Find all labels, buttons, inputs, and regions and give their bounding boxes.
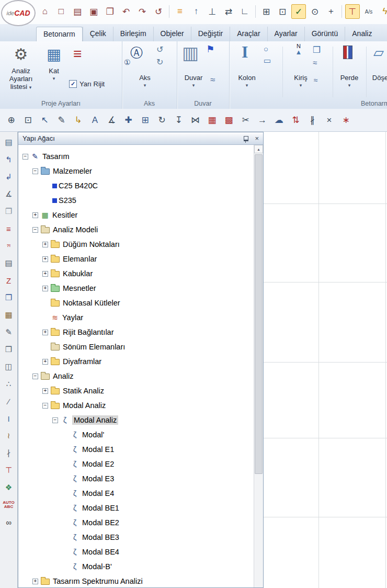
expand-box-icon[interactable]: +: [42, 388, 48, 394]
pick-filter-icon[interactable]: ↖: [38, 113, 52, 127]
tree-item-label[interactable]: Modal-B': [82, 562, 112, 571]
expand-box-icon[interactable]: +: [32, 212, 38, 218]
rect-column-icon[interactable]: ▭: [264, 56, 271, 65]
display-order-icon[interactable]: ≡: [173, 4, 187, 19]
tree-item[interactable]: +Kabuklar: [18, 266, 254, 281]
intersection-snap-icon[interactable]: ∗: [339, 113, 353, 127]
offset-lines-icon[interactable]: ⇄: [221, 4, 236, 19]
auto-label-icon[interactable]: AUTO ABC: [3, 499, 15, 511]
aks-button[interactable]: Aks ▾: [130, 74, 160, 89]
tree-item[interactable]: +▦Kesitler: [18, 208, 254, 222]
undo-history-icon[interactable]: ↺: [151, 4, 166, 19]
tree-item[interactable]: +Tasarım Spektrumu Analizi: [18, 574, 254, 587]
collapse-box-icon[interactable]: −: [32, 227, 38, 233]
tree-item-label[interactable]: Malzemeler: [53, 167, 92, 175]
tree-item[interactable]: ζModal BE1: [18, 501, 254, 515]
save-icon[interactable]: ▣: [86, 4, 101, 19]
tree-item-label[interactable]: Mesnetler: [63, 284, 96, 292]
tree-item-label[interactable]: Modal Analiz: [72, 415, 118, 425]
tree-item[interactable]: −Analiz: [18, 369, 254, 383]
move-up-icon[interactable]: ↑: [189, 4, 203, 19]
tree-item[interactable]: ζModal E1: [18, 442, 254, 457]
tree-item[interactable]: +Diyaframlar: [18, 354, 254, 369]
find-icon[interactable]: ∞: [3, 516, 15, 528]
tree-item[interactable]: ζModal-B': [18, 559, 254, 574]
beam-3d-icon[interactable]: ❒: [313, 44, 321, 55]
perde-button[interactable]: Perde ▾: [336, 74, 363, 89]
tree-item[interactable]: ≋Yaylar: [18, 310, 254, 325]
new-file-icon[interactable]: □: [54, 4, 69, 19]
tree-item-label[interactable]: Modal E2: [82, 460, 114, 468]
text-height-icon[interactable]: A: [88, 113, 102, 127]
offset-red-icon[interactable]: ⇅: [289, 113, 303, 127]
tree-item[interactable]: Noktasal Kütleler: [18, 296, 254, 310]
duvar-button[interactable]: Duvar ▾: [179, 74, 208, 89]
scrollbar-thumb[interactable]: [255, 154, 263, 474]
as-ratio-icon[interactable]: A/s: [361, 4, 376, 19]
block-icon[interactable]: ❒: [3, 343, 15, 356]
tab-analiz[interactable]: Analiz: [345, 27, 379, 41]
tree-item-label[interactable]: Kesitler: [52, 211, 77, 219]
break-icon[interactable]: ∦: [305, 113, 320, 127]
array-copy-icon[interactable]: ⊞: [138, 113, 152, 127]
tree-item-label[interactable]: Rijit Bağlantılar: [63, 328, 114, 336]
kolon-button[interactable]: Kolon ▾: [233, 74, 260, 89]
copy-storey-down-icon[interactable]: ↲: [3, 171, 15, 183]
tree-item[interactable]: ζModal E2: [18, 457, 254, 471]
tree-item[interactable]: S235: [18, 193, 254, 208]
tree-item-label[interactable]: Diyaframlar: [63, 357, 101, 366]
tab-ara-lar[interactable]: Araçlar: [230, 27, 267, 41]
collapse-box-icon[interactable]: −: [32, 168, 38, 174]
tree-item[interactable]: ζModal BE2: [18, 515, 254, 530]
view-cube-icon[interactable]: ◫: [3, 360, 15, 373]
expand-box-icon[interactable]: +: [42, 359, 48, 365]
lightning-icon[interactable]: ϟ: [378, 4, 387, 19]
brush-icon[interactable]: ≀: [3, 429, 15, 442]
group-objects-icon[interactable]: ❐: [3, 205, 15, 218]
scroll-up-arrow-icon[interactable]: ▲: [254, 145, 263, 153]
hatch-red-icon[interactable]: ▩: [222, 113, 236, 127]
redo-icon[interactable]: ↷: [135, 4, 150, 19]
corner-icon[interactable]: ∟: [237, 4, 252, 19]
tree-item-label[interactable]: Modal E3: [82, 474, 114, 483]
tree-scrollbar[interactable]: ▲: [254, 145, 263, 587]
tree-item-label[interactable]: Kabuklar: [63, 269, 93, 278]
move-icon[interactable]: ✚: [121, 113, 135, 127]
curved-beam-icon[interactable]: ≈: [313, 58, 317, 67]
tree-item-label[interactable]: Modal E4: [82, 489, 114, 497]
doseme-button[interactable]: Döşeme: [369, 74, 387, 82]
tree-item[interactable]: −Analiz Modeli: [18, 222, 254, 237]
tree-item[interactable]: −ζModal Analiz: [18, 413, 254, 427]
tab-ayarlar[interactable]: Ayarlar: [267, 27, 304, 41]
yari-rijit-checkbox[interactable]: ✓ Yarı Rijit: [69, 80, 105, 88]
sketch-line-icon[interactable]: ∕: [3, 395, 15, 408]
collapse-box-icon[interactable]: −: [42, 403, 48, 409]
copy-storey-up-icon[interactable]: ↰: [3, 153, 15, 166]
arc-axis-icon[interactable]: ↻: [156, 57, 163, 67]
kiris-button[interactable]: Kiriş ▾: [288, 74, 314, 89]
pin-icon[interactable]: [244, 136, 248, 141]
tab-betonarm[interactable]: Betonarm: [36, 27, 83, 41]
revision-cloud-icon[interactable]: ☁: [272, 113, 286, 127]
close-icon[interactable]: ×: [255, 135, 259, 142]
tab-birle-im[interactable]: Birleşim: [113, 27, 153, 41]
object-info-icon[interactable]: ?!: [3, 240, 15, 252]
move-base-point-icon[interactable]: ↳: [71, 113, 85, 127]
tree-item-label[interactable]: Statik Analiz: [63, 387, 104, 395]
drawing-canvas[interactable]: [264, 132, 387, 588]
undo-icon[interactable]: ↶: [119, 4, 133, 19]
tree-item-label[interactable]: Tasarım: [42, 152, 70, 161]
trim-icon[interactable]: ✂: [238, 113, 253, 127]
protractor-icon[interactable]: ∡: [3, 188, 15, 200]
expand-box-icon[interactable]: +: [42, 242, 48, 247]
expand-box-icon[interactable]: +: [42, 271, 48, 277]
snap-toggle-icon[interactable]: ✓: [291, 4, 306, 19]
tree-item[interactable]: ζModal BE4: [18, 545, 254, 559]
divide-icon[interactable]: ∤: [3, 447, 15, 459]
tree-item[interactable]: +Düğüm Noktaları: [18, 237, 254, 252]
tree-item[interactable]: ζModal E4: [18, 486, 254, 501]
tree-item[interactable]: C25 B420C: [18, 178, 254, 193]
curve-axis-icon[interactable]: ↺: [156, 44, 163, 54]
copy-icon[interactable]: ❐: [3, 291, 15, 304]
expand-box-icon[interactable]: +: [32, 579, 38, 584]
